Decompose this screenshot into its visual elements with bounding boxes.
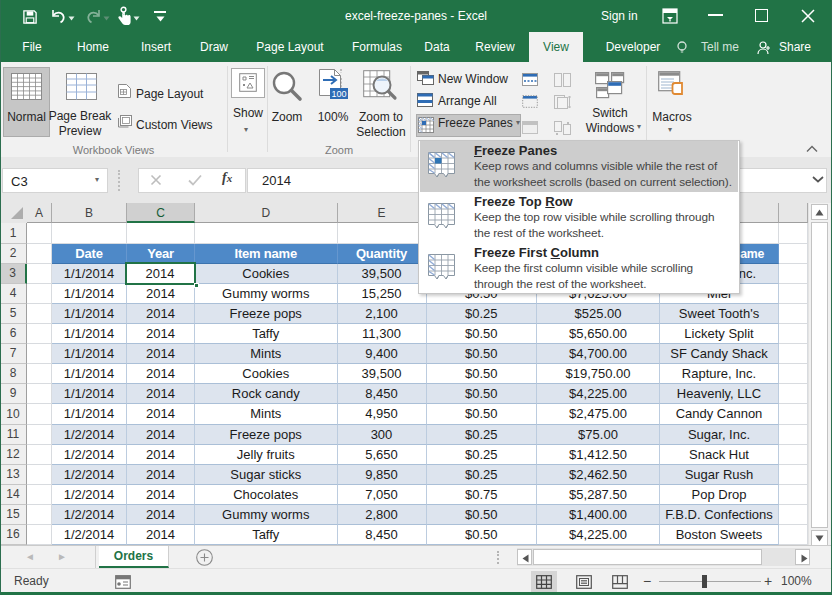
svg-text:100: 100 [331, 89, 346, 99]
